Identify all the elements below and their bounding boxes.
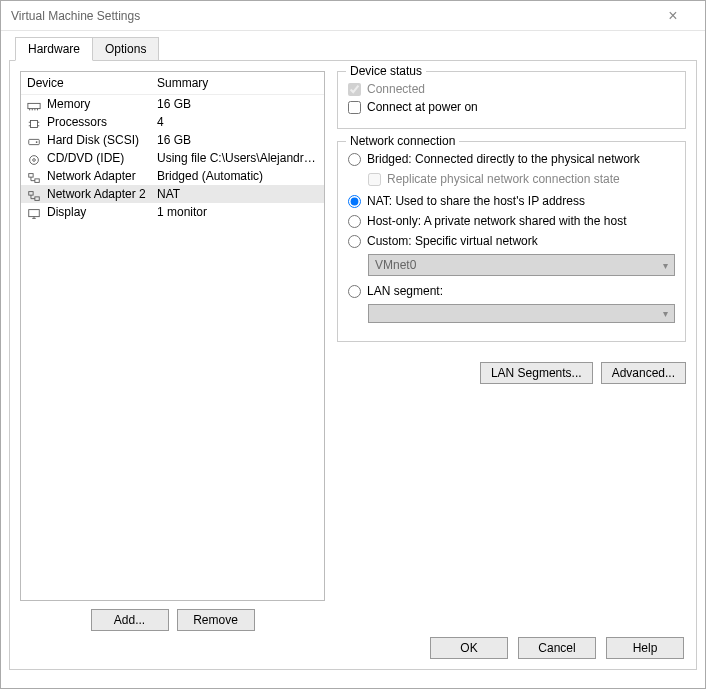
device-status-group: Device status Connected Connect at power…	[337, 71, 686, 129]
tab-options[interactable]: Options	[92, 37, 159, 61]
network-connection-group: Network connection Bridged: Connected di…	[337, 141, 686, 342]
device-label: Memory	[47, 97, 157, 111]
svg-rect-5	[31, 120, 38, 127]
lan-radio-input[interactable]	[348, 285, 361, 298]
device-list-buttons: Add... Remove	[20, 609, 325, 631]
custom-network-value: VMnet0	[375, 258, 416, 272]
device-row[interactable]: Processors4	[21, 113, 324, 131]
cancel-button[interactable]: Cancel	[518, 637, 596, 659]
replicate-checkbox-input	[368, 173, 381, 186]
hostonly-radio-input[interactable]	[348, 215, 361, 228]
chevron-down-icon: ▾	[663, 308, 668, 319]
device-label: CD/DVD (IDE)	[47, 151, 157, 165]
col-header-device[interactable]: Device	[27, 76, 157, 90]
device-label: Display	[47, 205, 157, 219]
tabs: Hardware Options	[1, 37, 705, 61]
svg-rect-10	[29, 139, 40, 144]
nat-label: NAT: Used to share the host's IP address	[367, 194, 585, 208]
display-icon	[27, 206, 43, 218]
device-label: Network Adapter	[47, 169, 157, 183]
memory-icon	[27, 98, 43, 110]
svg-point-12	[30, 155, 39, 164]
nat-radio-input[interactable]	[348, 195, 361, 208]
window-title: Virtual Machine Settings	[11, 9, 140, 23]
close-icon[interactable]: ×	[651, 7, 695, 25]
device-summary: Bridged (Automatic)	[157, 169, 318, 183]
device-row[interactable]: CD/DVD (IDE)Using file C:\Users\Alejandr…	[21, 149, 324, 167]
dialog-footer: OK Cancel Help	[430, 637, 684, 659]
connect-power-checkbox[interactable]: Connect at power on	[348, 100, 675, 114]
custom-network-dropdown[interactable]: VMnet0 ▾	[368, 254, 675, 276]
lan-segment-dropdown[interactable]: ▾	[368, 304, 675, 323]
hostonly-label: Host-only: A private network shared with…	[367, 214, 626, 228]
processor-icon	[27, 116, 43, 128]
device-row[interactable]: Display1 monitor	[21, 203, 324, 221]
replicate-checkbox: Replicate physical network connection st…	[368, 172, 675, 186]
svg-rect-16	[29, 191, 33, 195]
lan-segments-button[interactable]: LAN Segments...	[480, 362, 593, 384]
advanced-button[interactable]: Advanced...	[601, 362, 686, 384]
replicate-label: Replicate physical network connection st…	[387, 172, 620, 186]
device-summary: NAT	[157, 187, 318, 201]
connect-power-label: Connect at power on	[367, 100, 478, 114]
network-connection-title: Network connection	[346, 134, 459, 148]
device-label: Network Adapter 2	[47, 187, 157, 201]
device-label: Hard Disk (SCSI)	[47, 133, 157, 147]
device-summary: 16 GB	[157, 133, 318, 147]
device-summary: 16 GB	[157, 97, 318, 111]
svg-rect-14	[29, 173, 33, 177]
bridged-label: Bridged: Connected directly to the physi…	[367, 152, 640, 166]
col-header-summary[interactable]: Summary	[157, 76, 318, 90]
device-row[interactable]: Memory16 GB	[21, 95, 324, 113]
disk-icon	[27, 134, 43, 146]
custom-radio[interactable]: Custom: Specific virtual network	[348, 234, 675, 248]
hostonly-radio[interactable]: Host-only: A private network shared with…	[348, 214, 675, 228]
connected-checkbox-input	[348, 83, 361, 96]
lan-label: LAN segment:	[367, 284, 443, 298]
svg-rect-18	[29, 209, 40, 216]
custom-radio-input[interactable]	[348, 235, 361, 248]
device-list-header: Device Summary	[21, 72, 324, 95]
svg-rect-17	[35, 197, 39, 201]
device-list: Device Summary Memory16 GBProcessors4Har…	[20, 71, 325, 601]
bridged-radio-input[interactable]	[348, 153, 361, 166]
connect-power-checkbox-input[interactable]	[348, 101, 361, 114]
device-row[interactable]: Network Adapter 2NAT	[21, 185, 324, 203]
device-label: Processors	[47, 115, 157, 129]
connected-label: Connected	[367, 82, 425, 96]
svg-rect-0	[28, 103, 40, 108]
network-icon	[27, 170, 43, 182]
device-summary: 4	[157, 115, 318, 129]
nat-radio[interactable]: NAT: Used to share the host's IP address	[348, 194, 675, 208]
device-row[interactable]: Hard Disk (SCSI)16 GB	[21, 131, 324, 149]
device-summary: 1 monitor	[157, 205, 318, 219]
tab-hardware-label: Hardware	[28, 42, 80, 56]
tab-hardware[interactable]: Hardware	[15, 37, 93, 61]
cd-icon	[27, 152, 43, 164]
network-buttons: LAN Segments... Advanced...	[337, 362, 686, 384]
svg-point-13	[33, 159, 36, 162]
tab-options-label: Options	[105, 42, 146, 56]
svg-rect-15	[35, 179, 39, 183]
svg-point-11	[36, 141, 38, 143]
network-icon	[27, 188, 43, 200]
remove-button[interactable]: Remove	[177, 609, 255, 631]
tab-content: Device Summary Memory16 GBProcessors4Har…	[9, 60, 697, 670]
device-row[interactable]: Network AdapterBridged (Automatic)	[21, 167, 324, 185]
custom-label: Custom: Specific virtual network	[367, 234, 538, 248]
device-summary: Using file C:\Users\Alejandro...	[157, 151, 318, 165]
bridged-radio[interactable]: Bridged: Connected directly to the physi…	[348, 152, 675, 166]
ok-button[interactable]: OK	[430, 637, 508, 659]
connected-checkbox: Connected	[348, 82, 675, 96]
settings-window: Virtual Machine Settings × Hardware Opti…	[0, 0, 706, 689]
chevron-down-icon: ▾	[663, 260, 668, 271]
lan-radio[interactable]: LAN segment:	[348, 284, 675, 298]
help-button[interactable]: Help	[606, 637, 684, 659]
titlebar: Virtual Machine Settings ×	[1, 1, 705, 31]
device-status-title: Device status	[346, 64, 426, 78]
add-button[interactable]: Add...	[91, 609, 169, 631]
